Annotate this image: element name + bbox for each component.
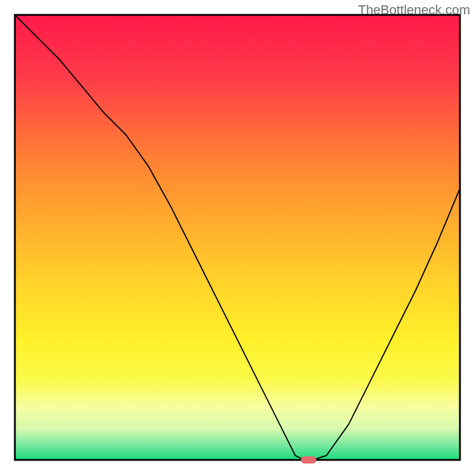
bottleneck-chart: TheBottleneck.com [0,0,476,476]
watermark-text: TheBottleneck.com [358,2,470,18]
chart-svg [0,0,476,476]
optimal-marker [301,456,317,464]
chart-background [15,15,460,460]
